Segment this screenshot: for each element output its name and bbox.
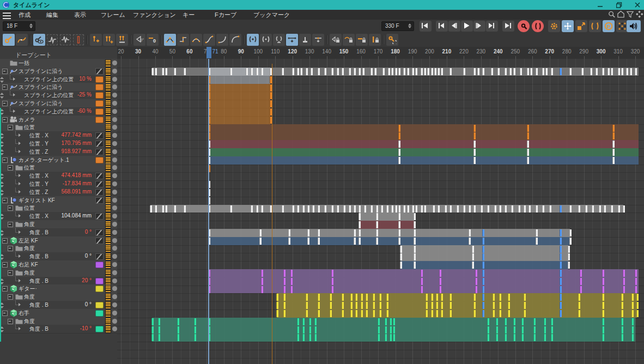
keyframe[interactable]: [355, 302, 357, 309]
keyframe[interactable]: [398, 132, 400, 139]
keyframe[interactable]: [473, 149, 476, 156]
keyframe[interactable]: [482, 68, 484, 75]
keyframe[interactable]: [505, 205, 507, 213]
keyframe[interactable]: [318, 205, 320, 213]
show-animated-button[interactable]: [33, 34, 45, 46]
track-value[interactable]: 0 °: [32, 229, 92, 235]
close-button[interactable]: [631, 1, 644, 9]
keyframe[interactable]: [393, 326, 395, 333]
solo-circle-icon[interactable]: [112, 286, 117, 291]
keyframe[interactable]: [463, 68, 465, 75]
selected-keyframe[interactable]: [560, 68, 562, 75]
keyframe[interactable]: [276, 302, 278, 309]
keyframe[interactable]: [590, 68, 592, 75]
timeline-ruler[interactable]: 2030405060708090100110120130140150160170…: [117, 47, 644, 59]
keyframe[interactable]: [388, 68, 390, 75]
keyframe[interactable]: [473, 294, 476, 301]
selected-keyframe[interactable]: [560, 302, 562, 309]
parent-record-button[interactable]: P: [603, 20, 615, 32]
keyframe[interactable]: [386, 294, 388, 301]
keyframe[interactable]: [306, 310, 308, 317]
keyframe[interactable]: [473, 141, 476, 148]
keyframe[interactable]: [612, 132, 615, 139]
keyframe[interactable]: [318, 238, 320, 245]
keyframe[interactable]: [473, 132, 476, 139]
keyframe[interactable]: [359, 229, 361, 236]
lock-tangent-length-button[interactable]: [343, 34, 355, 46]
keyframe-stack-icon[interactable]: [105, 140, 111, 148]
keyframe[interactable]: [290, 278, 293, 285]
menu-8[interactable]: ブックマーク: [251, 11, 292, 19]
color-swatch[interactable]: [95, 278, 104, 284]
keyframe[interactable]: [342, 310, 344, 317]
keyframe[interactable]: [431, 302, 433, 309]
prev-key-button[interactable]: [436, 21, 448, 32]
solo-circle-icon[interactable]: [112, 319, 117, 324]
keyframe[interactable]: [407, 68, 409, 75]
keyframe-stack-icon[interactable]: [105, 116, 111, 124]
keyframe[interactable]: [354, 68, 356, 75]
keyframe[interactable]: [527, 141, 529, 148]
keyframe[interactable]: [618, 205, 620, 213]
keyframe-stack-icon[interactable]: [105, 245, 111, 252]
timeline-marker-line[interactable]: [272, 64, 273, 364]
keyframe-stack-icon[interactable]: [105, 92, 111, 99]
keyframe[interactable]: [611, 205, 613, 213]
keyframe[interactable]: [436, 302, 438, 309]
track-band[interactable]: [209, 124, 639, 132]
expander-icon[interactable]: [8, 165, 13, 171]
keyframe[interactable]: [578, 302, 580, 309]
keyframe[interactable]: [487, 334, 489, 341]
keyframe[interactable]: [602, 294, 604, 301]
keyframe[interactable]: [493, 294, 495, 301]
keyframe[interactable]: [398, 149, 400, 156]
keyframe[interactable]: [524, 302, 526, 309]
keyframe[interactable]: [508, 310, 510, 317]
keyframe[interactable]: [636, 310, 639, 317]
keyframe[interactable]: [309, 334, 311, 341]
keyframe[interactable]: [580, 278, 582, 285]
keyframe[interactable]: [385, 326, 387, 333]
home-icon[interactable]: [617, 11, 625, 19]
pencil-box-icon[interactable]: [95, 229, 104, 236]
keyframe[interactable]: [469, 238, 471, 245]
add-key-button[interactable]: [90, 34, 102, 46]
keyframe[interactable]: [385, 318, 387, 325]
keyframe[interactable]: [366, 302, 368, 309]
solo-circle-icon[interactable]: [112, 278, 117, 283]
selected-keyframe[interactable]: [482, 246, 484, 253]
keyframe[interactable]: [631, 302, 634, 309]
keyframe-stack-icon[interactable]: [105, 76, 111, 83]
keyframe[interactable]: [378, 318, 380, 325]
keyframe[interactable]: [194, 318, 196, 325]
keyframe[interactable]: [635, 68, 637, 75]
keyframe[interactable]: [230, 205, 232, 213]
keyframe[interactable]: [612, 157, 615, 164]
keyframe[interactable]: [318, 294, 320, 301]
expander-icon[interactable]: [8, 270, 13, 276]
keyframe[interactable]: [508, 294, 510, 301]
keyframe[interactable]: [421, 270, 423, 277]
keyframe-area[interactable]: [117, 59, 644, 364]
mode-fcurve-button[interactable]: [16, 34, 28, 46]
keyframe[interactable]: [412, 205, 414, 213]
track-value[interactable]: 477.742 mm: [32, 132, 92, 138]
keyframe[interactable]: [292, 205, 294, 213]
value-stepper[interactable]: [0, 75, 4, 81]
keyframe[interactable]: [449, 205, 452, 213]
keyframe[interactable]: [521, 318, 524, 325]
keyframe[interactable]: [376, 221, 378, 228]
keyframe[interactable]: [393, 334, 395, 341]
color-swatch[interactable]: [95, 92, 104, 99]
keyframe[interactable]: [424, 68, 426, 75]
keyframe[interactable]: [312, 205, 314, 213]
selected-keyframe[interactable]: [560, 270, 562, 277]
keyframe[interactable]: [324, 205, 326, 213]
weight-parens-button[interactable]: [260, 34, 272, 46]
keyframe[interactable]: [330, 294, 332, 301]
lock-tangent-angle-button[interactable]: [330, 34, 342, 46]
keyframe[interactable]: [282, 68, 284, 75]
keyframe[interactable]: [331, 278, 333, 285]
keyframe[interactable]: [297, 68, 299, 75]
keyframe[interactable]: [426, 310, 428, 317]
